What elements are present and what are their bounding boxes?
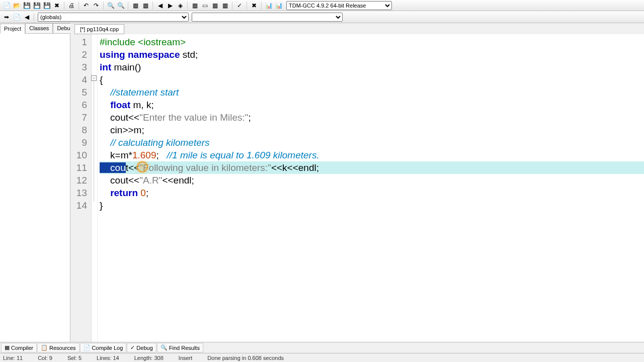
- toggle-icon[interactable]: ▦: [131, 1, 140, 10]
- compile-icon[interactable]: ▦: [190, 1, 199, 10]
- tab-compile-log[interactable]: 📄Compile Log: [80, 343, 127, 352]
- status-lines: Lines: 14: [97, 355, 119, 361]
- find-results-icon: 🔍: [160, 344, 168, 351]
- bottom-tabs: ▦Compiler 📋Resources 📄Compile Log ✓Debug…: [0, 342, 644, 353]
- tab-debug-bottom[interactable]: ✓Debug: [127, 343, 156, 352]
- include-directive: #include <iostream>: [100, 37, 186, 47]
- replace-icon[interactable]: 🔍: [116, 1, 125, 10]
- compiler-icon: ▦: [5, 344, 10, 351]
- tab-classes[interactable]: Classes: [25, 23, 53, 33]
- goto-icon[interactable]: ➡: [2, 13, 11, 22]
- tab-find-results[interactable]: 🔍Find Results: [157, 343, 203, 352]
- open-icon[interactable]: 📂: [12, 1, 21, 10]
- cursor-highlight-icon: [137, 161, 148, 172]
- back-icon[interactable]: ◀: [155, 1, 165, 10]
- status-message: Done parsing in 0.608 seconds: [207, 355, 284, 361]
- scope-toolbar: ➡ 📄 ◀ (globals): [0, 11, 644, 23]
- find-icon[interactable]: 🔍: [106, 1, 115, 10]
- rebuild-icon[interactable]: ▦: [220, 1, 229, 10]
- file-tabs: [*] pg110q4.cpp: [70, 23, 644, 34]
- toggle2-icon[interactable]: ▦: [141, 1, 150, 10]
- run-icon[interactable]: ▭: [200, 1, 209, 10]
- bookmark-icon[interactable]: ◈: [176, 1, 185, 10]
- new-file-icon[interactable]: 📄: [2, 1, 11, 10]
- status-col: Col: 9: [38, 355, 52, 361]
- side-content: [0, 33, 70, 342]
- redo-icon[interactable]: ↷: [92, 1, 101, 10]
- main-toolbar: 📄 📂 💾 💾 💾 ✖ 🖨 ↶ ↷ 🔍 🔍 ▦ ▦ ◀ ▶ ◈ ▦ ▭ ▦ ▦ …: [0, 0, 644, 11]
- save-as-icon[interactable]: 💾: [42, 1, 51, 10]
- tab-project[interactable]: Project: [0, 24, 25, 34]
- line-gutter: 1 2 3 4 5 6 7 8 9 10 11 12 13 14: [70, 34, 92, 342]
- editor-area: [*] pg110q4.cpp 1 2 3 4 5 6 7 8 9 10 11 …: [70, 23, 644, 342]
- print-icon[interactable]: 🖨: [67, 1, 76, 10]
- fold-column: −: [92, 34, 98, 342]
- tab-compiler[interactable]: ▦Compiler: [1, 343, 37, 352]
- save-all-icon[interactable]: 💾: [32, 1, 41, 10]
- undo-icon[interactable]: ↶: [82, 1, 91, 10]
- status-mode: Insert: [179, 355, 193, 361]
- status-bar: Line: 11 Col: 9 Sel: 5 Lines: 14 Length:…: [0, 353, 644, 362]
- side-panel: Project Classes Debug: [0, 23, 70, 342]
- goto-func-icon[interactable]: ◀: [22, 13, 31, 22]
- stop-icon[interactable]: ✖: [250, 1, 259, 10]
- status-sel: Sel: 5: [67, 355, 82, 361]
- debug-bottom-icon: ✓: [130, 344, 135, 351]
- debug-icon[interactable]: ✓: [235, 1, 244, 10]
- close-icon[interactable]: ✖: [52, 1, 61, 10]
- code-content[interactable]: #include <iostream> using namespace std;…: [98, 34, 644, 342]
- save-icon[interactable]: 💾: [22, 1, 31, 10]
- main-area: Project Classes Debug [*] pg110q4.cpp 1 …: [0, 23, 644, 342]
- selected-text: cou: [100, 162, 126, 173]
- log-icon: 📄: [84, 344, 91, 351]
- compile-run-icon[interactable]: ▦: [210, 1, 219, 10]
- side-tabs: Project Classes Debug: [0, 23, 70, 33]
- profile-icon[interactable]: 📊: [264, 1, 273, 10]
- profile2-icon[interactable]: 📊: [274, 1, 283, 10]
- file-tab[interactable]: [*] pg110q4.cpp: [74, 24, 124, 34]
- status-length: Length: 308: [134, 355, 164, 361]
- scope-select[interactable]: (globals): [38, 13, 189, 22]
- new-class-icon[interactable]: 📄: [12, 13, 21, 22]
- resources-icon: 📋: [41, 344, 48, 351]
- current-line: cout<<"Following value in kilometers:"<<…: [100, 161, 644, 174]
- symbol-select[interactable]: [192, 13, 343, 22]
- forward-icon[interactable]: ▶: [166, 1, 175, 10]
- code-editor[interactable]: 1 2 3 4 5 6 7 8 9 10 11 12 13 14 − #incl…: [70, 34, 644, 342]
- status-line: Line: 11: [3, 355, 23, 361]
- fold-minus-icon[interactable]: −: [91, 75, 97, 81]
- compiler-select[interactable]: TDM-GCC 4.9.2 64-bit Release: [286, 1, 392, 10]
- tab-resources[interactable]: 📋Resources: [37, 343, 79, 352]
